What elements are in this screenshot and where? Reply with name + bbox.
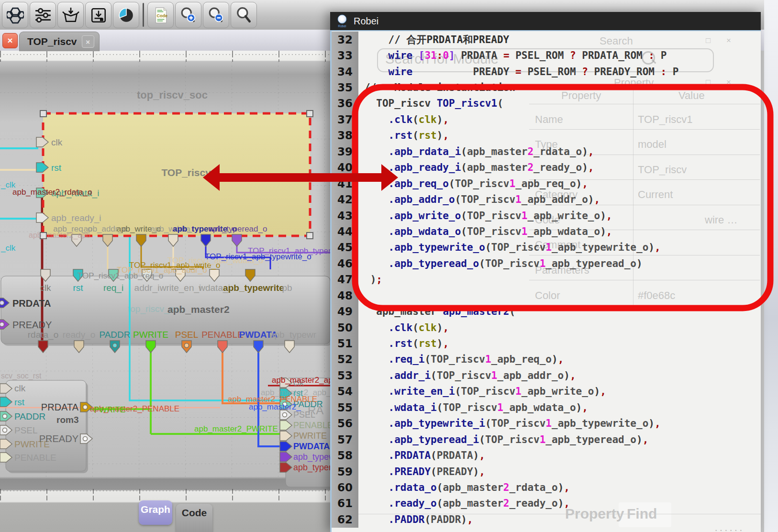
port-label: PWRITE	[293, 431, 327, 441]
code-line[interactable]: 60 .rdata_o(apb_master2_rdata_o),	[332, 479, 761, 495]
block-top-riscv1-name: TOP_riscv1	[161, 167, 217, 178]
import-package-button[interactable]	[57, 2, 84, 28]
robei-logo: Robei	[335, 13, 349, 29]
code-line[interactable]: 34 wire PREADY = PSEL_ROM ? PREADY_ROM :…	[332, 64, 761, 79]
code-line[interactable]: 51 .rst(rst),	[332, 335, 761, 351]
generate-code-button[interactable]: Code	[147, 2, 174, 28]
code-line[interactable]: 62 .PADDR(PADDR),	[332, 511, 761, 527]
port-label: PSEL	[293, 410, 315, 420]
code-line[interactable]: 50 .clk(clk),	[332, 320, 761, 335]
code-line[interactable]: 44 .apb_wdata_o(TOP_riscv1_apb_wdata_o),	[332, 223, 761, 239]
analyze-button[interactable]	[113, 2, 139, 28]
code-line[interactable]: 57 .apb_typeread_i(TOP_riscv1_apb_typere…	[332, 432, 761, 447]
line-number: 47	[332, 272, 358, 288]
code-line[interactable]: 48	[332, 288, 761, 303]
settings-sliders-icon	[34, 7, 52, 24]
port-label: rst	[73, 283, 83, 293]
code-line[interactable]: 33 wire [31:0] PRDATA = PSEL_ROM ? PRDAT…	[332, 47, 761, 63]
line-number: 62	[332, 511, 358, 527]
line-number: 43	[332, 208, 358, 223]
code-line[interactable]: 47 );	[332, 272, 761, 288]
tab-top-riscv[interactable]: TOP_riscv ×	[19, 32, 100, 51]
code-line[interactable]: 49 apb_master apb_master2(	[332, 303, 761, 319]
port-label: apb_typewr	[269, 330, 317, 340]
screen: top_riscv_soc top_riscv_soc apb_master2 …	[0, 0, 778, 532]
code-line[interactable]: 40 .apb_ready_i(apb_master2_ready_o),	[332, 160, 761, 176]
wire-label: apb_master2_apb	[29, 231, 90, 240]
line-number: 56	[332, 416, 358, 432]
line-number: 40	[332, 160, 358, 176]
line-number: 37	[332, 111, 358, 127]
line-number: 51	[332, 335, 358, 351]
code-line[interactable]: 43 .apb_write_o(TOP_riscv1_apb_write_o),	[332, 208, 761, 223]
port-label: apb_typere	[293, 463, 330, 473]
settings-button[interactable]	[30, 2, 56, 28]
code-line[interactable]: 58 .PRDATA(PRDATA),	[332, 447, 761, 463]
port-label: PSEL	[14, 425, 38, 435]
port-label: PSEL	[175, 330, 199, 340]
save-button[interactable]	[85, 2, 111, 28]
design-canvas[interactable]: top_riscv_soc top_riscv_soc apb_master2 …	[0, 0, 330, 532]
graph-view-button[interactable]: Graph	[139, 500, 172, 525]
modules-grid-button[interactable]	[2, 2, 28, 28]
line-number: 57	[332, 432, 358, 447]
code-lines[interactable]: 32 // 合开PRDATA和PREADY33 wire [31:0] PRDA…	[332, 32, 761, 528]
desktop-wallpaper	[764, 0, 778, 532]
code-line[interactable]: 42 .apb_addr_o(TOP_riscv1_apb_addr_o),	[332, 191, 761, 207]
svg-text:Code: Code	[156, 13, 167, 18]
code-line[interactable]: 61 .ready_o(apb_master2_ready_o),	[332, 496, 761, 511]
zoom-out-icon	[208, 7, 225, 24]
code-line[interactable]: 38 .rst(rst),	[332, 128, 761, 144]
line-number: 58	[332, 447, 358, 463]
zoom-out-button[interactable]	[203, 2, 229, 28]
code-line[interactable]: 55 .wdata_i(TOP_riscv1_apb_wdata_o),	[332, 399, 761, 415]
code-line[interactable]: 39 .apb_rdata_i(apb_master2_rdata_o),	[332, 144, 761, 159]
pie-chart-icon	[118, 7, 135, 24]
port-label: apb_typeread_o	[209, 224, 267, 233]
code-line[interactable]: 52 .req_i(TOP_riscv1_apb_req_o),	[332, 352, 761, 367]
port-label: apb_typewrite	[223, 283, 284, 293]
code-line[interactable]: 56 .apb_typewrite_i(TOP_riscv1_apb_typew…	[332, 416, 761, 432]
code-line[interactable]: 36 TOP_riscv TOP_riscv1(	[332, 96, 761, 111]
code-line[interactable]: 32 // 合开PRDATA和PREADY	[332, 32, 761, 47]
code-view-button[interactable]: Code	[176, 504, 212, 532]
port-label: req_i	[103, 283, 123, 293]
code-line[interactable]: 54 .write_en_i(TOP_riscv1_apb_write_o),	[332, 384, 761, 399]
package-icon	[62, 7, 79, 24]
code-line[interactable]: 41 .apb_req_o(TOP_riscv1_apb_req_o),	[332, 176, 761, 191]
line-number: 38	[332, 128, 358, 144]
code-window-titlebar[interactable]: Robei Robei	[330, 12, 761, 30]
ruler-top	[0, 50, 330, 62]
line-number: 41	[332, 176, 358, 191]
line-number: 33	[332, 47, 358, 63]
canvas-title: top_riscv_soc	[137, 89, 208, 101]
port-label: apb_typew	[293, 452, 330, 462]
code-line[interactable]: 35// Module instantiation	[332, 79, 761, 95]
code-line[interactable]: 45 .apb_typewrite_o(TOP_riscv1_apb_typew…	[332, 240, 761, 255]
close-all-tabs-button[interactable]: ×	[2, 33, 18, 48]
wire-label: _clk	[0, 180, 16, 189]
tab-close-icon[interactable]: ×	[82, 35, 94, 48]
zoom-in-button[interactable]	[175, 2, 201, 28]
block-apb-master2-name: apb_master2	[167, 304, 230, 315]
line-number: 46	[332, 255, 358, 271]
robei-code-window: Robei Robei Search □ × Search for Module…	[330, 12, 761, 532]
line-number: 45	[332, 240, 358, 255]
port-label: apb_ready_i	[51, 213, 101, 223]
line-number: 44	[332, 223, 358, 239]
zoom-pointer-button[interactable]	[231, 2, 257, 28]
line-number: 35	[332, 79, 358, 95]
wire-label: apb_master2_	[249, 402, 301, 411]
code-doc-icon: Code	[152, 7, 169, 24]
code-window-title: Robei	[354, 16, 378, 27]
code-line[interactable]: 46 .apb_typeread_o(TOP_riscv1_apb_typere…	[332, 255, 761, 271]
svg-text:Robei: Robei	[338, 24, 346, 28]
magnifier-icon	[235, 7, 253, 24]
port-label: PENABLE	[201, 330, 244, 340]
port-label: ready_o	[63, 330, 96, 340]
code-line[interactable]: 59 .PREADY(PREADY),	[332, 464, 761, 479]
code-editor[interactable]: Search □ × Search for Module Property □ …	[330, 30, 761, 532]
port-label: clk	[51, 137, 63, 147]
code-line[interactable]: 37 .clk(clk),	[332, 111, 761, 127]
code-line[interactable]: 53 .addr_i(TOP_riscv1_apb_addr_o),	[332, 367, 761, 383]
